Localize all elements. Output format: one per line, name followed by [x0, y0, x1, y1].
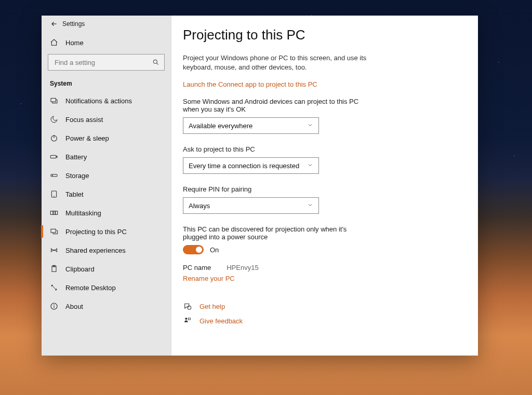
chevron-down-icon	[307, 122, 313, 130]
battery-icon	[50, 153, 58, 161]
sidebar-item-shared-experiences[interactable]: Shared experiences	[42, 241, 171, 260]
notifications-icon	[50, 97, 58, 105]
remote-desktop-icon	[50, 283, 58, 292]
discover-toggle-row: On	[183, 245, 478, 254]
nav-home-label: Home	[65, 39, 84, 47]
discover-toggle[interactable]	[183, 245, 204, 254]
availability-select[interactable]: Available everywhere	[183, 117, 319, 134]
sidebar: Settings Home System Notificat	[42, 16, 171, 356]
sidebar-item-projecting[interactable]: Projecting to this PC	[42, 222, 171, 241]
give-feedback-row: Give feedback	[183, 316, 478, 325]
sidebar-item-clipboard[interactable]: Clipboard	[42, 260, 171, 278]
availability-value: Available everywhere	[189, 122, 252, 130]
search-icon	[152, 58, 160, 66]
settings-window: Settings Home System Notificat	[42, 16, 478, 356]
sidebar-item-label: Notifications & actions	[65, 97, 132, 105]
clipboard-icon	[50, 265, 58, 273]
svg-line-6	[156, 63, 158, 64]
ask-project-value: Every time a connection is requested	[189, 162, 299, 170]
sidebar-item-label: Shared experiences	[65, 247, 126, 254]
sidebar-item-label: Tablet	[65, 190, 84, 198]
sidebar-item-multitasking[interactable]: Multitasking	[42, 203, 171, 222]
sidebar-category: System	[42, 77, 171, 91]
sidebar-item-tablet[interactable]: Tablet	[42, 185, 171, 203]
svg-rect-18	[56, 211, 58, 215]
feedback-icon	[183, 316, 192, 325]
require-pin-value: Always	[189, 202, 210, 210]
titlebar: Settings	[42, 16, 171, 32]
svg-point-31	[188, 306, 191, 310]
sidebar-item-label: Projecting to this PC	[65, 228, 127, 236]
power-icon	[50, 134, 58, 142]
launch-connect-link[interactable]: Launch the Connect app to project to thi…	[183, 80, 317, 88]
sidebar-item-label: Power & sleep	[65, 134, 109, 142]
search-box[interactable]	[48, 54, 165, 71]
svg-point-32	[185, 318, 187, 320]
focus-assist-icon	[50, 115, 58, 124]
pc-name-value: HPEnvy15	[227, 264, 258, 271]
sidebar-item-label: Multitasking	[65, 209, 101, 217]
svg-rect-17	[54, 211, 55, 215]
sidebar-item-label: Clipboard	[65, 265, 95, 273]
sidebar-item-power-sleep[interactable]: Power & sleep	[42, 129, 171, 147]
sidebar-item-label: Focus assist	[65, 116, 103, 124]
svg-point-13	[52, 175, 52, 175]
projecting-icon	[50, 227, 58, 236]
discover-toggle-state: On	[210, 246, 219, 254]
page-heading: Projecting to this PC	[183, 27, 478, 43]
discover-label: This PC can be discovered for projection…	[183, 225, 360, 241]
svg-rect-7	[51, 98, 56, 102]
svg-rect-19	[51, 229, 56, 233]
sidebar-item-battery[interactable]: Battery	[42, 147, 171, 166]
desktop-wallpaper: Settings Home System Notificat	[0, 0, 532, 395]
storage-icon	[50, 171, 58, 180]
window-title: Settings	[62, 20, 85, 28]
sidebar-item-label: Remote Desktop	[65, 284, 116, 292]
svg-point-5	[153, 60, 157, 63]
require-pin-select[interactable]: Always	[183, 197, 319, 214]
tablet-icon	[50, 190, 58, 198]
chevron-down-icon	[307, 202, 313, 210]
sidebar-item-about[interactable]: About	[42, 297, 171, 316]
svg-rect-10	[50, 155, 56, 158]
about-icon	[50, 302, 58, 310]
get-help-row: Get help	[183, 302, 478, 311]
intro-text: Project your Windows phone or PC to this…	[183, 53, 370, 72]
svg-rect-11	[57, 156, 57, 158]
back-button[interactable]	[46, 16, 62, 32]
rename-pc-link[interactable]: Rename your PC	[183, 275, 235, 282]
sidebar-item-label: Storage	[65, 172, 89, 180]
sidebar-item-notifications[interactable]: Notifications & actions	[42, 91, 171, 110]
sidebar-item-focus-assist[interactable]: Focus assist	[42, 110, 171, 129]
svg-rect-33	[188, 318, 190, 320]
svg-point-30	[54, 305, 55, 305]
require-pin-label: Require PIN for pairing	[183, 185, 370, 193]
sidebar-item-label: Battery	[65, 153, 87, 161]
search-input[interactable]	[52, 57, 152, 69]
ask-project-select[interactable]: Every time a connection is requested	[183, 157, 319, 174]
pc-name-label: PC name	[183, 264, 211, 271]
give-feedback-link[interactable]: Give feedback	[200, 317, 243, 325]
sidebar-item-storage[interactable]: Storage	[42, 166, 171, 185]
svg-rect-16	[50, 211, 53, 215]
svg-line-27	[54, 287, 56, 290]
search-container	[42, 54, 171, 77]
home-icon	[50, 38, 58, 47]
pc-name-row: PC name HPEnvy15	[183, 264, 478, 271]
ask-project-label: Ask to project to this PC	[183, 145, 370, 153]
help-icon	[183, 302, 192, 311]
multitasking-icon	[50, 209, 58, 217]
sidebar-item-label: About	[65, 303, 83, 310]
content-pane: Projecting to this PC Project your Windo…	[171, 16, 478, 356]
shared-experiences-icon	[50, 246, 58, 254]
sidebar-item-remote-desktop[interactable]: Remote Desktop	[42, 278, 171, 297]
get-help-link[interactable]: Get help	[200, 303, 225, 310]
availability-label: Some Windows and Android devices can pro…	[183, 98, 370, 113]
nav-home[interactable]: Home	[42, 32, 171, 54]
chevron-down-icon	[307, 162, 313, 170]
